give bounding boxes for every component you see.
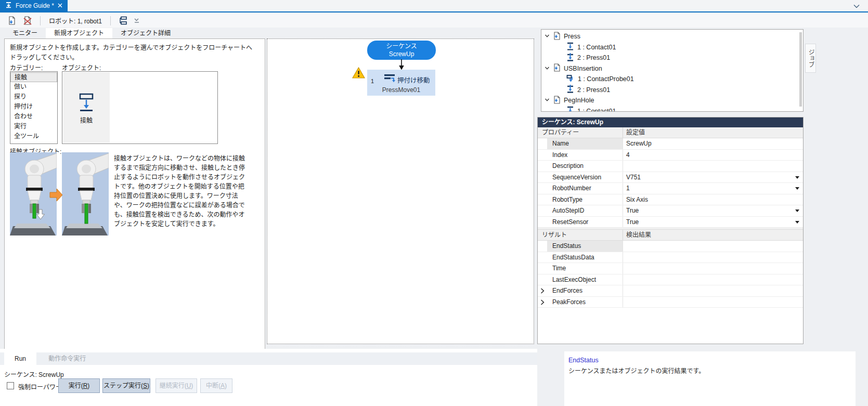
- new-sequence-icon[interactable]: [5, 15, 18, 27]
- value-column-header: 設定値: [623, 127, 803, 138]
- press-move-node[interactable]: 1 押付け移動 PressMove01: [367, 70, 435, 96]
- transition-arrow-icon: [49, 187, 63, 204]
- robot-selector-label[interactable]: ロボット: 1, robot1: [47, 16, 104, 25]
- category-item-all-tools[interactable]: 全ツール: [10, 132, 57, 141]
- force-guide-window: Force Guide * ロボット: 1, robot1 モニター 新規オ: [0, 0, 868, 406]
- tree-item[interactable]: 2 : Press01: [545, 85, 803, 96]
- property-row-robottype[interactable]: RobotType Six Axis: [538, 194, 803, 206]
- flowchart-view-icon[interactable]: [117, 15, 129, 27]
- property-row-resetsensor[interactable]: ResetSensor True: [538, 217, 803, 228]
- continue-execute-button: 継続実行(U): [156, 378, 197, 393]
- tree-group-press[interactable]: Press: [545, 31, 803, 42]
- sequence-doc-icon: [553, 63, 561, 73]
- chevron-down-icon[interactable]: [545, 65, 550, 72]
- object-label: オブジェクト:: [62, 63, 101, 72]
- press-icon: [566, 85, 574, 95]
- property-row-index[interactable]: Index 4: [538, 150, 803, 161]
- tab-motion-command[interactable]: 動作命令実行: [38, 352, 96, 365]
- category-item-exec[interactable]: 実行: [10, 122, 57, 132]
- property-column-header: プロパティー: [538, 127, 623, 138]
- toolbar-separator: [40, 16, 41, 25]
- tree-item-label: 1 : ContactProbe01: [578, 75, 634, 83]
- property-grid-panel: シーケンス: ScrewUp プロパティー 設定値 Name ScrewUp I…: [537, 117, 804, 344]
- category-item-contact[interactable]: 接触: [10, 72, 57, 82]
- execute-button[interactable]: 実行(R): [58, 378, 100, 393]
- property-row-sequenceversion[interactable]: SequenceVersion V751: [538, 172, 803, 184]
- tab-run[interactable]: Run: [4, 352, 36, 365]
- delete-sequence-icon[interactable]: [21, 15, 34, 27]
- tab-jobs-vertical[interactable]: ジョブ: [805, 44, 816, 73]
- tree-item[interactable]: 1 : Contact01: [545, 106, 803, 112]
- category-item-follow[interactable]: 倣い: [10, 82, 57, 92]
- endstatus-help-link[interactable]: EndStatus: [568, 357, 856, 364]
- result-row-time[interactable]: Time: [538, 263, 803, 274]
- tree-item-label: 2 : Press01: [577, 54, 610, 61]
- step-index: 1: [371, 78, 374, 84]
- property-row-robotnumber[interactable]: RobotNumber 1: [538, 183, 803, 194]
- sequence-doc-icon: [553, 96, 561, 106]
- category-list: 接触 倣い 探り 押付け 合わせ 実行 全ツール: [10, 71, 58, 144]
- tab-new-object[interactable]: 新規オブジェクト: [46, 28, 112, 38]
- result-row-peakforces[interactable]: PeakForces: [538, 297, 803, 308]
- expander-right-icon[interactable]: [540, 299, 545, 307]
- tree-group-usbinsertion[interactable]: USBInsertion: [545, 63, 803, 74]
- contact-object-description: 接触オブジェクトは、ワークなどの物体に接触するまで指定方向に移動させ、接触したと…: [114, 154, 250, 229]
- step-type-label: 押付け移動: [397, 75, 430, 85]
- tab-object-details[interactable]: オブジェクト詳細: [112, 28, 179, 38]
- left-tab-strip: モニター 新規オブジェクト オブジェクト詳細: [4, 28, 179, 38]
- contact-probe-icon: [566, 74, 575, 84]
- press-icon: [566, 53, 574, 63]
- dropdown-arrow-icon[interactable]: [795, 209, 799, 212]
- category-item-align[interactable]: 合わせ: [10, 112, 57, 122]
- endstatus-help-text: シーケンスまたはオブジェクトの実行結果です。: [568, 366, 856, 375]
- step-name-label: PressMove01: [367, 86, 435, 94]
- tree-item-label: 2 : Press01: [577, 86, 610, 94]
- press-move-icon: [383, 73, 397, 85]
- robot-image-after: [62, 152, 109, 237]
- dropdown-arrow-icon[interactable]: [795, 187, 799, 190]
- tree-item-label: 1 : Contact01: [577, 44, 616, 51]
- category-item-press[interactable]: 押付け: [10, 102, 57, 112]
- result-row-lastexecobject[interactable]: LastExecObject: [538, 274, 803, 286]
- property-row-name[interactable]: Name ScrewUp: [538, 138, 803, 150]
- tree-group-peginhole[interactable]: PegInHole: [545, 95, 803, 106]
- expander-right-icon[interactable]: [540, 288, 545, 295]
- dropdown-arrow-icon[interactable]: [795, 176, 799, 179]
- new-object-panel: 新規オブジェクトを作成します。カテゴリーを選んでオブジェクトをフローチャートへド…: [4, 38, 265, 349]
- category-item-probe[interactable]: 探り: [10, 92, 57, 102]
- contact-icon: [566, 106, 574, 112]
- sequence-node[interactable]: シーケンス ScrewUp: [367, 41, 436, 60]
- force-low-power-checkbox[interactable]: [7, 382, 14, 389]
- chevron-down-icon[interactable]: [853, 3, 860, 10]
- tree-group-label: Press: [564, 33, 580, 40]
- sequence-doc-icon: [553, 32, 561, 42]
- contact-tile-label: 接触: [63, 115, 110, 124]
- property-row-autostepid[interactable]: AutoStepID True: [538, 205, 803, 217]
- sequence-tree: Press 1 : Contact01 2 : Press01 USBInser…: [541, 29, 804, 112]
- run-sequence-label: シーケンス: ScrewUp: [4, 370, 64, 378]
- dropdown-arrow-icon[interactable]: [795, 221, 799, 224]
- toolbar-separator: [110, 16, 111, 25]
- tree-item[interactable]: 1 : Contact01: [545, 42, 803, 53]
- tree-item[interactable]: 1 : ContactProbe01: [545, 74, 803, 85]
- contact-object-tile[interactable]: 接触: [63, 72, 110, 143]
- toolbar-overflow-icon[interactable]: [134, 18, 139, 23]
- result-row-endforces[interactable]: EndForces: [538, 285, 803, 297]
- close-icon[interactable]: [58, 2, 62, 9]
- result-row-endstatusdata[interactable]: EndStatusData: [538, 252, 803, 264]
- flowchart-canvas[interactable]: シーケンス ScrewUp 1 押付け移動 PressMove01: [267, 38, 534, 344]
- tree-scrollbar[interactable]: [799, 32, 802, 107]
- contact-object-icon: [75, 108, 98, 115]
- chevron-down-icon[interactable]: [545, 33, 550, 40]
- step-execute-button[interactable]: ステップ実行(S): [102, 378, 150, 393]
- tab-force-guide[interactable]: Force Guide *: [0, 0, 68, 11]
- property-row-description[interactable]: Description: [538, 161, 803, 172]
- tab-monitor[interactable]: モニター: [4, 28, 46, 38]
- tree-item[interactable]: 2 : Press01: [545, 53, 803, 63]
- category-label: カテゴリー:: [10, 63, 43, 72]
- tab-title: Force Guide *: [16, 2, 54, 9]
- object-palette: 接触: [62, 71, 218, 144]
- tree-group-label: PegInHole: [564, 97, 594, 104]
- result-row-endstatus[interactable]: EndStatus: [538, 241, 803, 252]
- chevron-down-icon[interactable]: [545, 97, 550, 104]
